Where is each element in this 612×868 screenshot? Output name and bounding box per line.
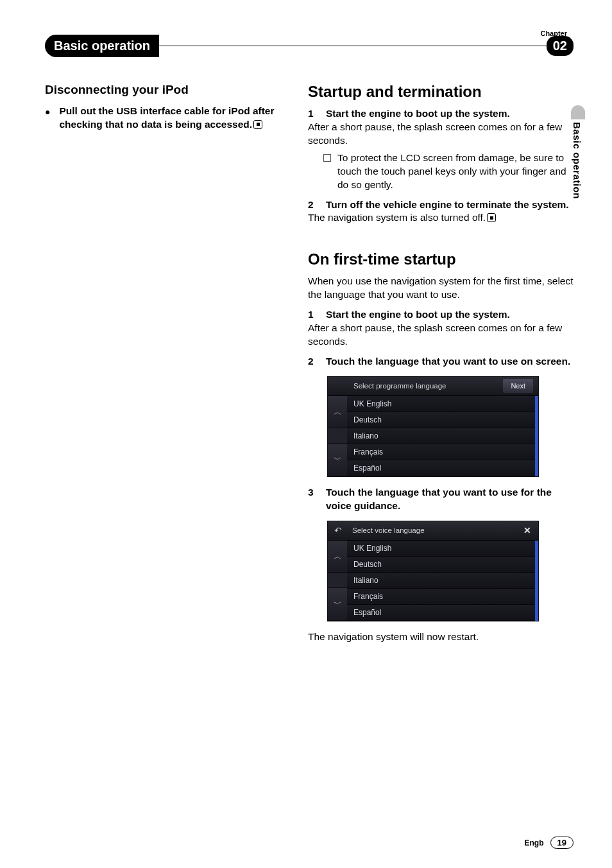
page-header: Chapter Basic operation 02 — [45, 35, 574, 57]
close-button[interactable]: ✕ — [516, 525, 538, 535]
chapter-label: Chapter — [540, 30, 567, 37]
bullet-icon: ● — [45, 105, 50, 134]
scroll-column: ︿ ﹀ — [328, 541, 347, 621]
scroll-track — [328, 573, 347, 588]
side-tab-cap — [571, 105, 585, 119]
step-body: The navigation system is also turned off… — [308, 211, 574, 225]
screenshot-header: ↶ Select voice language ✕ — [328, 521, 538, 541]
step-number: 2 — [308, 355, 316, 369]
list-item[interactable]: UK English — [347, 541, 535, 557]
step-bold-text: Touch the language that you want to use … — [326, 355, 574, 369]
screenshot-title: Select voice language — [348, 526, 516, 534]
step-2: 2 Turn off the vehicle engine to termina… — [308, 198, 574, 212]
step-content: Start the engine to boot up the system. — [326, 107, 574, 121]
step-number: 3 — [308, 486, 316, 513]
startup-termination-heading: Startup and termination — [308, 83, 574, 101]
note-text: To protect the LCD screen from damage, b… — [337, 152, 574, 192]
list-item[interactable]: UK English — [347, 396, 535, 412]
list-item[interactable]: Deutsch — [347, 557, 535, 573]
disconnect-ipod-heading: Disconnecting your iPod — [45, 83, 289, 97]
end-mark-icon — [253, 120, 262, 129]
side-tab-label: Basic operation — [572, 122, 582, 199]
left-column: Disconnecting your iPod ● Pull out the U… — [45, 83, 289, 647]
next-button[interactable]: Next — [503, 379, 533, 393]
step-number: 2 — [308, 198, 316, 212]
back-button[interactable]: ↶ — [328, 525, 348, 535]
header-bar: Basic operation 02 — [45, 35, 574, 57]
accent-bar — [535, 541, 538, 621]
step-1: 1 Start the engine to boot up the system… — [308, 107, 574, 121]
header-rule — [159, 46, 547, 47]
scroll-up-button[interactable]: ︿ — [328, 396, 347, 429]
closing-text: The navigation system will now restart. — [308, 630, 574, 644]
step-number: 1 — [308, 308, 316, 322]
step-bold-text: Start the engine to boot up the system. — [326, 108, 510, 119]
content-columns: Disconnecting your iPod ● Pull out the U… — [45, 83, 574, 647]
step-body: After a short pause, the splash screen c… — [308, 322, 574, 349]
step-bold-text: Start the engine to boot up the system. — [326, 308, 574, 322]
chapter-number-badge: 02 — [547, 36, 574, 56]
step-bold-text: Turn off the vehicle engine to terminate… — [326, 198, 574, 212]
language-list: UK English Deutsch Italiano Français Esp… — [347, 396, 535, 476]
intro-text: When you use the navigation system for t… — [308, 275, 574, 302]
accent-bar — [535, 396, 538, 476]
bullet-text-content: Pull out the USB interface cable for iPo… — [59, 105, 274, 130]
right-column: Startup and termination 1 Start the engi… — [308, 83, 574, 647]
scroll-up-button[interactable]: ︿ — [328, 541, 347, 573]
screenshot-title: Select programme language — [328, 382, 503, 390]
scroll-column: ︿ ﹀ — [328, 396, 347, 476]
step-body: After a short pause, the splash screen c… — [308, 121, 574, 148]
list-item[interactable]: Español — [347, 605, 535, 621]
voice-language-screenshot: ↶ Select voice language ✕ ︿ ﹀ UK English… — [327, 521, 539, 621]
language-list: UK English Deutsch Italiano Français Esp… — [347, 541, 535, 621]
bullet-item: ● Pull out the USB interface cable for i… — [45, 105, 289, 134]
list-item[interactable]: Italiano — [347, 573, 535, 589]
step-3b: 3 Touch the language that you want to us… — [308, 486, 574, 513]
page-number: 19 — [550, 837, 574, 849]
page-footer: Engb 19 — [525, 837, 574, 849]
language-select-screenshot: Select programme language Next ︿ ﹀ UK En… — [327, 376, 539, 477]
list-item[interactable]: Deutsch — [347, 412, 535, 428]
screenshot-body: ︿ ﹀ UK English Deutsch Italiano Français… — [328, 541, 538, 621]
first-time-startup-heading: On first-time startup — [308, 250, 574, 268]
list-item[interactable]: Español — [347, 460, 535, 476]
step-bold-text: Touch the language that you want to use … — [326, 486, 574, 513]
step-2b: 2 Touch the language that you want to us… — [308, 355, 574, 369]
scroll-down-button[interactable]: ﹀ — [328, 444, 347, 476]
step-1b: 1 Start the engine to boot up the system… — [308, 308, 574, 322]
scroll-track — [328, 428, 347, 444]
list-item[interactable]: Italiano — [347, 428, 535, 444]
note-icon — [323, 154, 331, 162]
end-mark-icon — [487, 213, 496, 222]
list-item[interactable]: Français — [347, 444, 535, 460]
section-title-tab: Basic operation — [45, 35, 159, 57]
screenshot-body: ︿ ﹀ UK English Deutsch Italiano Français… — [328, 396, 538, 476]
step-body-text: The navigation system is also turned off… — [308, 212, 486, 223]
bullet-text: Pull out the USB interface cable for iPo… — [59, 105, 289, 132]
note-row: To protect the LCD screen from damage, b… — [323, 152, 574, 192]
step-number: 1 — [308, 107, 316, 121]
screenshot-header: Select programme language Next — [328, 377, 538, 396]
footer-lang: Engb — [525, 838, 544, 847]
scroll-down-button[interactable]: ﹀ — [328, 588, 347, 621]
list-item[interactable]: Français — [347, 589, 535, 605]
